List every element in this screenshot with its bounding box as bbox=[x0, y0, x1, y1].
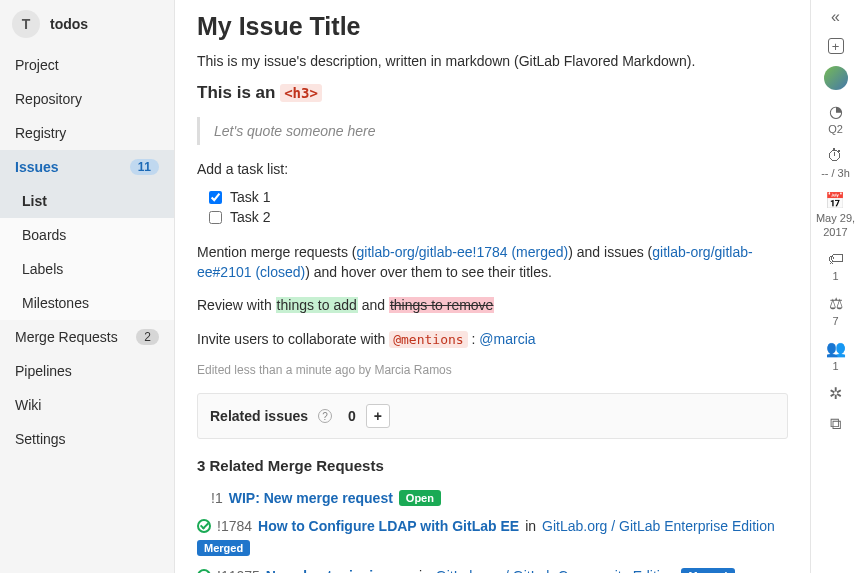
time-tracking-widget[interactable]: ⏱-- / 3h bbox=[821, 147, 850, 179]
tag-icon: 🏷 bbox=[828, 250, 844, 268]
mr-state-badge: Merged bbox=[681, 568, 734, 573]
sidebar-item-label: Pipelines bbox=[15, 363, 72, 379]
sidebar-item-label: Registry bbox=[15, 125, 66, 141]
sidebar-item-label: List bbox=[22, 193, 47, 209]
sidebar-item-label: Boards bbox=[22, 227, 66, 243]
sidebar-nav-lower: Merge Requests 2 Pipelines Wiki Settings bbox=[0, 320, 174, 456]
sidebar-item-label: Labels bbox=[22, 261, 63, 277]
sidebar-item-issues[interactable]: Issues 11 bbox=[0, 150, 174, 184]
rss-icon: ✲ bbox=[829, 384, 842, 403]
task-checkbox[interactable] bbox=[209, 191, 222, 204]
plus-icon: + bbox=[828, 38, 844, 54]
sidebar-item-pipelines[interactable]: Pipelines bbox=[0, 354, 174, 388]
mr-count-badge: 2 bbox=[136, 329, 159, 345]
sidebar-item-repository[interactable]: Repository bbox=[0, 82, 174, 116]
issue-h3-line: This is an <h3> bbox=[197, 83, 788, 103]
text: : bbox=[468, 331, 480, 347]
notifications-button[interactable]: ✲ bbox=[829, 384, 842, 403]
task-checkbox[interactable] bbox=[209, 211, 222, 224]
mr-ref: !11075 bbox=[217, 568, 260, 573]
blockquote: Let's quote someone here bbox=[197, 117, 788, 145]
task-item: Task 2 bbox=[209, 207, 788, 227]
related-issues-count: 0 bbox=[348, 408, 356, 424]
tasklist: Task 1 Task 2 bbox=[209, 187, 788, 227]
h3-prefix-text: This is an bbox=[197, 83, 280, 102]
due-date-widget[interactable]: 📅May 29,2017 bbox=[816, 191, 855, 238]
mr-context-link[interactable]: GitLab.org / GitLab Enterprise Edition bbox=[542, 518, 775, 534]
milestone-widget[interactable]: ◔Q2 bbox=[828, 102, 843, 135]
task-label: Task 2 bbox=[230, 209, 270, 225]
text: Mention merge requests ( bbox=[197, 244, 357, 260]
sidebar-item-wiki[interactable]: Wiki bbox=[0, 388, 174, 422]
assignee-avatar[interactable] bbox=[824, 66, 848, 90]
date-text: 2017 bbox=[823, 226, 847, 238]
sidebar-item-registry[interactable]: Registry bbox=[0, 116, 174, 150]
mention-code: @mentions bbox=[389, 331, 467, 348]
sidebar-subitem-milestones[interactable]: Milestones bbox=[0, 286, 174, 320]
sidebar-item-label: Project bbox=[15, 57, 59, 73]
text: and bbox=[358, 297, 389, 313]
mention-paragraph: Mention merge requests (gitlab-org/gitla… bbox=[197, 243, 788, 282]
add-related-issue-button[interactable]: + bbox=[366, 404, 390, 428]
labels-widget[interactable]: 🏷1 bbox=[828, 250, 844, 282]
text: in bbox=[525, 518, 536, 534]
tasklist-label: Add a task list: bbox=[197, 161, 788, 177]
mr-context-link[interactable]: GitLab.org / GitLab Community Edition bbox=[436, 568, 676, 573]
issue-main: My Issue Title This is my issue's descri… bbox=[175, 0, 810, 573]
related-mr-header: 3 Related Merge Requests bbox=[197, 457, 788, 474]
mr-ref: !1 bbox=[211, 490, 223, 506]
right-sidebar: « + ◔Q2 ⏱-- / 3h 📅May 29,2017 🏷1 ⚖7 👥1 ✲… bbox=[810, 0, 860, 573]
sidebar-subitem-labels[interactable]: Labels bbox=[0, 252, 174, 286]
weight-widget[interactable]: ⚖7 bbox=[829, 294, 843, 327]
project-avatar: T bbox=[12, 10, 40, 38]
text: ) and hover over them to see their title… bbox=[305, 264, 552, 280]
help-icon[interactable]: ? bbox=[318, 409, 332, 423]
mr-state-badge: Merged bbox=[197, 540, 250, 556]
people-icon: 👥 bbox=[826, 339, 846, 358]
sidebar-item-project[interactable]: Project bbox=[0, 48, 174, 82]
sidebar-item-label: Repository bbox=[15, 91, 82, 107]
mr-title-link[interactable]: New doc topic: issues bbox=[266, 568, 413, 573]
status-success-icon bbox=[197, 569, 211, 573]
clock-icon: ◔ bbox=[829, 102, 843, 121]
sidebar-item-label: Merge Requests bbox=[15, 329, 118, 345]
task-item: Task 1 bbox=[209, 187, 788, 207]
sidebar-item-label: Wiki bbox=[15, 397, 41, 413]
participants-widget[interactable]: 👥1 bbox=[826, 339, 846, 372]
issue-description: This is my issue's description, written … bbox=[197, 53, 788, 69]
left-sidebar: T todos Project Repository Registry Issu… bbox=[0, 0, 175, 573]
issues-count-badge: 11 bbox=[130, 159, 159, 175]
milestone-text: Q2 bbox=[828, 123, 843, 135]
diff-delete: things to remove bbox=[389, 297, 495, 313]
project-header[interactable]: T todos bbox=[0, 0, 174, 48]
invite-paragraph: Invite users to collaborate with @mentio… bbox=[197, 330, 788, 350]
labels-count: 1 bbox=[832, 270, 838, 282]
mr-item: !11075 New doc topic: issues in GitLab.o… bbox=[197, 562, 788, 573]
add-button[interactable]: + bbox=[828, 38, 844, 54]
sidebar-subitem-list[interactable]: List bbox=[0, 184, 174, 218]
avatar-icon bbox=[824, 66, 848, 90]
mr-item: !1 WIP: New merge request Open bbox=[197, 484, 788, 512]
h3-code-tag: <h3> bbox=[280, 84, 322, 102]
mr-reference-link[interactable]: gitlab-org/gitlab-ee!1784 (merged) bbox=[357, 244, 569, 260]
calendar-icon: 📅 bbox=[825, 191, 845, 210]
related-issues-label: Related issues bbox=[210, 408, 308, 424]
date-text: May 29, bbox=[816, 212, 855, 224]
weight-count: 7 bbox=[832, 315, 838, 327]
sidebar-item-merge-requests[interactable]: Merge Requests 2 bbox=[0, 320, 174, 354]
sidebar-item-label: Settings bbox=[15, 431, 66, 447]
text: Invite users to collaborate with bbox=[197, 331, 389, 347]
project-name: todos bbox=[50, 16, 88, 32]
user-mention-link[interactable]: @marcia bbox=[479, 331, 535, 347]
text: ) and issues ( bbox=[568, 244, 652, 260]
copy-reference-button[interactable]: ⧉ bbox=[830, 415, 841, 433]
scale-icon: ⚖ bbox=[829, 294, 843, 313]
sidebar-item-settings[interactable]: Settings bbox=[0, 422, 174, 456]
mr-title-link[interactable]: How to Configure LDAP with GitLab EE bbox=[258, 518, 519, 534]
mr-state-badge: Open bbox=[399, 490, 441, 506]
sidebar-subitem-boards[interactable]: Boards bbox=[0, 218, 174, 252]
review-paragraph: Review with things to add and things to … bbox=[197, 296, 788, 316]
mr-item: !1784 How to Configure LDAP with GitLab … bbox=[197, 512, 788, 562]
collapse-sidebar-button[interactable]: « bbox=[831, 8, 840, 26]
mr-title-link[interactable]: WIP: New merge request bbox=[229, 490, 393, 506]
